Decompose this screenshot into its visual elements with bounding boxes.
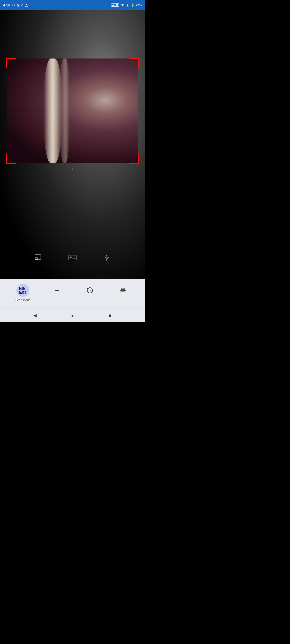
scan-mode-label: Scan mode <box>16 298 31 302</box>
svg-rect-12 <box>23 291 24 292</box>
nav-item-add[interactable]: + <box>50 284 63 297</box>
nav-items: Scan mode + <box>0 279 145 309</box>
scan-area <box>7 58 138 163</box>
volte-lte-icon: VoLTE <box>111 3 119 7</box>
svg-rect-13 <box>25 291 26 292</box>
svg-rect-14 <box>23 292 24 294</box>
status-bar: 4:56 🛡 ◎ ✓ △ VoLTE ▼ ▲ 🔋 79% <box>0 0 145 10</box>
camera-controls <box>0 247 145 268</box>
system-nav: ◀ ● ■ <box>0 309 145 322</box>
svg-rect-7 <box>20 288 21 289</box>
back-button[interactable]: ◀ <box>31 311 39 320</box>
svg-point-5 <box>70 256 71 258</box>
svg-rect-15 <box>25 292 26 294</box>
svg-rect-1 <box>35 258 38 259</box>
signal-icon: ▲ <box>126 3 129 7</box>
flash-icon[interactable] <box>101 252 113 264</box>
warning-icon: △ <box>25 3 28 7</box>
status-left: 4:56 🛡 ◎ ✓ △ <box>3 3 28 7</box>
svg-rect-4 <box>69 255 76 260</box>
home-button[interactable]: ● <box>68 311 77 320</box>
shield-icon: 🛡 <box>12 3 15 7</box>
svg-point-19 <box>122 290 124 291</box>
recent-button[interactable]: ■ <box>106 311 114 320</box>
gallery-wide-icon[interactable] <box>67 252 78 264</box>
camera-view <box>0 10 145 279</box>
svg-rect-11 <box>20 292 21 293</box>
status-right: VoLTE ▼ ▲ 🔋 79% <box>111 3 142 7</box>
battery-percent: 79% <box>136 3 142 7</box>
gallery-icon[interactable] <box>32 252 44 264</box>
time-display: 4:56 <box>3 3 10 7</box>
corner-top-left <box>6 58 16 68</box>
history-icon <box>84 284 96 297</box>
nav-item-history[interactable] <box>84 284 96 297</box>
nav-item-scan-mode[interactable]: Scan mode <box>16 284 31 302</box>
nav-item-settings[interactable] <box>117 284 129 297</box>
check-shield-icon: ✓ <box>21 3 24 7</box>
corner-top-right <box>129 58 139 68</box>
add-icon: + <box>50 284 63 297</box>
wifi-icon: ▼ <box>121 3 124 7</box>
scan-line <box>7 111 138 111</box>
corner-bottom-right <box>129 153 139 164</box>
corner-bottom-left <box>6 153 16 164</box>
svg-rect-9 <box>24 288 25 289</box>
scan-mode-icon <box>16 284 29 297</box>
scan-dot <box>72 169 73 170</box>
battery-icon: 🔋 <box>131 3 135 7</box>
bottom-nav: Scan mode + <box>0 279 145 322</box>
replay-icon: ◎ <box>17 3 19 7</box>
settings-icon <box>117 284 129 297</box>
